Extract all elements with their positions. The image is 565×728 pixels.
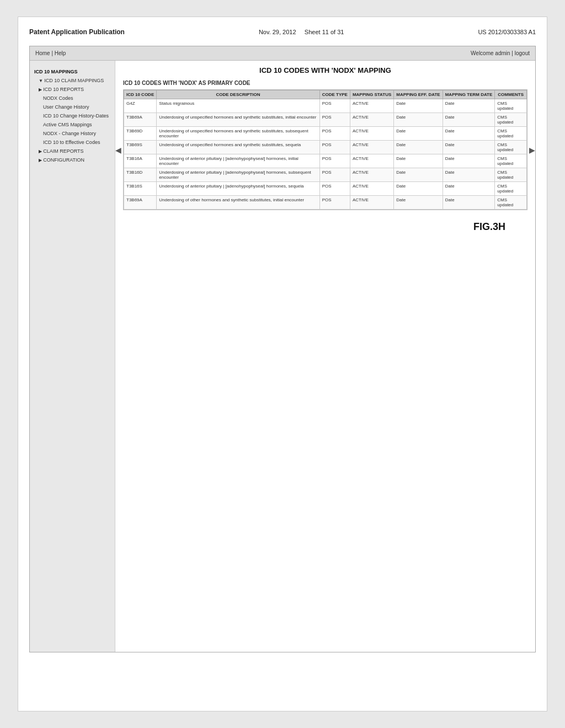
nav-links: Home | Help <box>35 50 69 56</box>
table-wrapper: ◀ ICD 10 CODE CODE DESCRIPTION CODE TYPE… <box>123 89 527 210</box>
table-row: T3B69SUnderdosing of unspecified hormone… <box>124 141 527 154</box>
table-cell-0-0: G4Z <box>124 99 157 113</box>
main-table: ICD 10 CODE CODE DESCRIPTION CODE TYPE M… <box>124 90 527 210</box>
page-wrapper: Patent Application Publication Nov. 29, … <box>18 17 547 711</box>
table-cell-7-2: POS <box>319 196 350 210</box>
table-cell-4-6: CMS updated <box>495 154 527 168</box>
table-cell-3-1: Underdosing of unspecified hormones and … <box>157 141 319 154</box>
table-row: T3B16SUnderdosing of anterior pituitary … <box>124 182 527 196</box>
sidebar-item-nodx-change-history[interactable]: NODX - Change History <box>30 129 115 138</box>
table-row: T3B69AUnderdosing of other hormones and … <box>124 196 527 210</box>
app-body: ICD 10 MAPPINGS ICD 10 CLAIM MAPPINGS IC… <box>30 61 535 652</box>
table-cell-1-6: CMS updated <box>495 113 527 127</box>
table-cell-5-4: Date <box>394 168 443 182</box>
table-cell-6-3: ACTIVE <box>350 182 393 196</box>
table-row: T3B69DUnderdosing of unspecified hormone… <box>124 127 527 141</box>
table-cell-4-5: Date <box>443 154 495 168</box>
table-cell-2-0: T3B69D <box>124 127 157 141</box>
col-code-type: CODE TYPE <box>319 90 350 99</box>
patent-left-label: Patent Application Publication <box>29 28 125 36</box>
table-cell-5-3: ACTIVE <box>350 168 393 182</box>
col-term-date: MAPPING TERM DATE <box>443 90 495 99</box>
sidebar-item-configuration[interactable]: CONFIGURATION <box>30 156 115 164</box>
table-cell-7-1: Underdosing of other hormones and synthe… <box>157 196 319 210</box>
table-cell-0-1: Status migrainous <box>157 99 319 113</box>
table-row: T3B16AUnderdosing of anterior pituitary … <box>124 154 527 168</box>
table-cell-0-2: POS <box>319 99 350 113</box>
table-cell-1-5: Date <box>443 113 495 127</box>
col-mapping-status: MAPPING STATUS <box>350 90 393 99</box>
table-cell-4-4: Date <box>394 154 443 168</box>
col-description: CODE DESCRIPTION <box>157 90 319 99</box>
table-cell-2-2: POS <box>319 127 350 141</box>
sidebar-item-user-change-history[interactable]: User Change History <box>30 103 115 111</box>
table-cell-0-3: ACTIVE <box>350 99 393 113</box>
table-cell-3-3: ACTIVE <box>350 141 393 154</box>
table-cell-6-1: Underdosing of anterior pituitary | [ade… <box>157 182 319 196</box>
table-cell-2-4: Date <box>394 127 443 141</box>
table-cell-0-6: CMS updated <box>495 99 527 113</box>
table-cell-6-5: Date <box>443 182 495 196</box>
table-cell-2-6: CMS updated <box>495 127 527 141</box>
table-cell-5-5: Date <box>443 168 495 182</box>
subtitle: ICD 10 CODES WITH 'NODX' AS PRIMARY CODE <box>123 80 527 86</box>
sidebar: ICD 10 MAPPINGS ICD 10 CLAIM MAPPINGS IC… <box>30 61 115 652</box>
table-cell-7-5: Date <box>443 196 495 210</box>
table-cell-6-0: T3B16S <box>124 182 157 196</box>
table-cell-6-2: POS <box>319 182 350 196</box>
patent-date: Nov. 29, 2012 <box>259 29 296 35</box>
sidebar-item-claim-reports[interactable]: CLAIM REPORTS <box>30 147 115 156</box>
table-container: ICD 10 CODE CODE DESCRIPTION CODE TYPE M… <box>123 89 527 210</box>
table-cell-3-6: CMS updated <box>495 141 527 154</box>
sidebar-item-active-cms-mappings[interactable]: Active CMS Mappings <box>30 120 115 129</box>
table-cell-7-3: ACTIVE <box>350 196 393 210</box>
patent-center: Nov. 29, 2012 Sheet 11 of 31 <box>259 29 344 35</box>
fig-label: FIG.3H <box>123 221 527 233</box>
sidebar-item-nodx-codes[interactable]: NODX Codes <box>30 94 115 103</box>
app-topbar: Home | Help Welcome admin | logout <box>30 46 535 61</box>
table-cell-3-0: T3B69S <box>124 141 157 154</box>
table-cell-0-4: Date <box>394 99 443 113</box>
table-cell-2-3: ACTIVE <box>350 127 393 141</box>
sidebar-item-icd10-change-history-dates[interactable]: ICD 10 Change History-Dates <box>30 111 115 120</box>
sidebar-item-icd10-mappings[interactable]: ICD 10 MAPPINGS <box>30 67 115 76</box>
nav-text[interactable]: Home | Help <box>35 50 66 56</box>
patent-header: Patent Application Publication Nov. 29, … <box>29 28 536 36</box>
sidebar-item-icd10-reports[interactable]: ICD 10 REPORTS <box>30 85 115 94</box>
table-cell-7-6: CMS updated <box>495 196 527 210</box>
table-cell-1-3: ACTIVE <box>350 113 393 127</box>
scroll-left-arrow[interactable]: ◀ <box>115 146 121 154</box>
patent-right-label: US 2012/0303383 A1 <box>478 29 536 35</box>
welcome-text: Welcome admin | logout <box>471 50 530 56</box>
table-cell-5-1: Underdosing of anterior pituitary | [ade… <box>157 168 319 182</box>
table-cell-0-5: Date <box>443 99 495 113</box>
table-cell-4-2: POS <box>319 154 350 168</box>
table-cell-5-2: POS <box>319 168 350 182</box>
scroll-right-arrow[interactable]: ▶ <box>529 146 535 154</box>
table-row: T3B16DUnderdosing of anterior pituitary … <box>124 168 527 182</box>
table-cell-3-4: Date <box>394 141 443 154</box>
sidebar-item-icd10-claim-mappings[interactable]: ICD 10 CLAIM MAPPINGS <box>30 76 115 85</box>
table-cell-2-1: Underdosing of unspecified hormones and … <box>157 127 319 141</box>
table-cell-2-5: Date <box>443 127 495 141</box>
main-content: ICD 10 CODES WITH 'NODX' MAPPING ICD 10 … <box>115 61 535 652</box>
table-row: T3B69AUnderdosing of unspecified hormone… <box>124 113 527 127</box>
app-container: Home | Help Welcome admin | logout ICD 1… <box>29 46 536 652</box>
table-cell-3-5: Date <box>443 141 495 154</box>
table-header-row: ICD 10 CODE CODE DESCRIPTION CODE TYPE M… <box>124 90 527 99</box>
table-cell-6-6: CMS updated <box>495 182 527 196</box>
table-cell-1-0: T3B69A <box>124 113 157 127</box>
col-icd10-code: ICD 10 CODE <box>124 90 157 99</box>
col-eff-date: MAPPING EFF. DATE <box>394 90 443 99</box>
table-cell-7-0: T3B69A <box>124 196 157 210</box>
table-cell-1-2: POS <box>319 113 350 127</box>
table-cell-3-2: POS <box>319 141 350 154</box>
col-comments: COMMENTS <box>495 90 527 99</box>
table-cell-5-0: T3B16D <box>124 168 157 182</box>
table-cell-7-4: Date <box>394 196 443 210</box>
patent-sheet: Sheet 11 of 31 <box>305 29 344 35</box>
table-cell-1-1: Underdosing of unspecified hormones and … <box>157 113 319 127</box>
sidebar-item-icd10-effective-codes[interactable]: ICD 10 to Effective Codes <box>30 138 115 147</box>
table-cell-4-3: ACTIVE <box>350 154 393 168</box>
table-cell-6-4: Date <box>394 182 443 196</box>
